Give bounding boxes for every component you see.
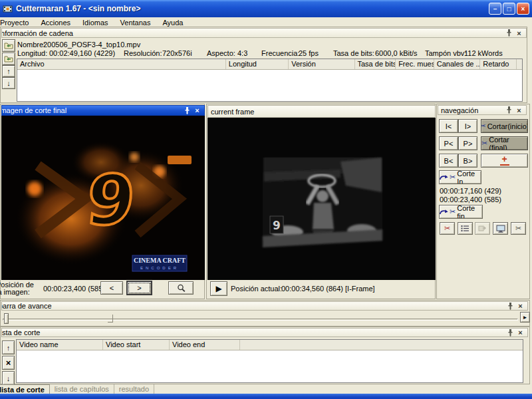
progress-header[interactable]: barra de avance × bbox=[1, 301, 528, 311]
longitud-label: Longitud: bbox=[17, 49, 47, 57]
trackbar-groove[interactable] bbox=[3, 319, 518, 321]
cut-image-video: 9 CINEMA CRAFT ENCODER bbox=[1, 116, 205, 280]
close-panel-icon[interactable]: × bbox=[193, 106, 201, 114]
cutlist-table-body[interactable] bbox=[17, 350, 523, 383]
col-video-name[interactable]: Video name bbox=[17, 340, 103, 350]
col-video-end[interactable]: Video end bbox=[170, 340, 240, 350]
cut-move-up-button[interactable]: ↑ bbox=[2, 340, 15, 354]
col-canales[interactable]: Canales de ... bbox=[434, 59, 481, 69]
cut-move-down-button[interactable]: ↓ bbox=[2, 371, 15, 385]
export-frame-button[interactable] bbox=[475, 222, 490, 235]
cut-action-button[interactable]: ✂ bbox=[440, 222, 455, 235]
cutlist-title: lista de corte bbox=[1, 329, 505, 336]
cutlist-header[interactable]: lista de corte × bbox=[1, 328, 528, 337]
cuttermaran-window: Cuttermaran 1.67 - <sin nombre> – □ × Pr… bbox=[0, 0, 532, 399]
goto-cut-out-button[interactable]: ✂ Corte fin bbox=[439, 205, 483, 219]
aspecto-value: 4:3 bbox=[237, 49, 247, 57]
menu-acciones[interactable]: Acciones bbox=[35, 18, 76, 27]
list-icon bbox=[461, 225, 469, 232]
title-bar[interactable]: Cuttermaran 1.67 - <sin nombre> – □ × bbox=[0, 0, 532, 17]
play-button[interactable]: ▶ bbox=[210, 281, 227, 296]
minimize-button[interactable]: – bbox=[489, 3, 501, 15]
goto-cut-in-button[interactable]: ✂ Corte In bbox=[439, 170, 481, 184]
pin-icon[interactable] bbox=[183, 106, 192, 114]
cut-in-label: Corte In bbox=[457, 170, 481, 184]
open-audio-button[interactable] bbox=[2, 53, 15, 65]
app-icon bbox=[3, 4, 13, 14]
pin-icon[interactable] bbox=[506, 302, 515, 310]
menu-ayuda[interactable]: Ayuda bbox=[156, 18, 189, 27]
close-panel-icon[interactable]: × bbox=[516, 302, 525, 310]
stream-info-header[interactable]: Información de cadena × bbox=[1, 28, 527, 38]
add-cut-button[interactable]: + bbox=[481, 154, 528, 168]
col-filler bbox=[240, 340, 523, 350]
cutlist-table-header: Video name Video start Video end bbox=[17, 340, 523, 350]
pin-icon[interactable] bbox=[505, 106, 513, 114]
tasa-value: 6000,0 kBit/s bbox=[375, 49, 418, 57]
close-button[interactable]: × bbox=[517, 3, 529, 15]
trim-button[interactable]: ✂ bbox=[511, 222, 526, 235]
frame-next-button[interactable]: > bbox=[126, 281, 152, 295]
progress-trackbar[interactable] bbox=[3, 312, 518, 325]
channel-nine-badge: 9 bbox=[270, 216, 283, 233]
cut-out-time: 00:00:23,400 (585) bbox=[440, 196, 501, 203]
zoom-button[interactable] bbox=[168, 281, 194, 295]
menu-ventanas[interactable]: Ventanas bbox=[114, 18, 157, 27]
next-bframe-button[interactable]: B> bbox=[458, 154, 477, 168]
navigation-header[interactable]: navegación × bbox=[438, 105, 527, 115]
close-panel-icon[interactable]: × bbox=[516, 329, 525, 336]
cut-delete-button[interactable]: × bbox=[2, 356, 15, 370]
prev-pframe-button[interactable]: P< bbox=[439, 136, 458, 150]
maximize-button[interactable]: □ bbox=[503, 3, 515, 15]
trackbar-thumb[interactable] bbox=[4, 313, 9, 324]
tab-lista-de-capitulos[interactable]: lista de capítulos bbox=[50, 384, 114, 394]
tab-lista-de-corte[interactable]: lista de corte bbox=[0, 384, 50, 394]
col-video-start[interactable]: Video start bbox=[103, 340, 170, 350]
trackbar-step-button[interactable]: ► bbox=[520, 312, 530, 323]
menu-idiomas[interactable]: Idiomas bbox=[76, 18, 114, 27]
tab-resultado[interactable]: resultado bbox=[114, 384, 154, 394]
col-frec-mues[interactable]: Frec. mues... bbox=[396, 59, 434, 69]
magnifier-icon bbox=[177, 284, 186, 293]
delete-cross-icon: × bbox=[6, 358, 11, 368]
curved-arrow-icon bbox=[440, 174, 448, 181]
next-pframe-button[interactable]: P> bbox=[458, 136, 477, 150]
bottom-tabs: lista de corte lista de capítulos result… bbox=[0, 384, 530, 394]
close-panel-icon[interactable]: × bbox=[515, 29, 523, 37]
close-panel-icon[interactable]: × bbox=[515, 106, 523, 114]
col-retardo[interactable]: Retardo bbox=[480, 59, 517, 69]
next-iframe-button[interactable]: I> bbox=[458, 119, 477, 133]
current-frame-panel: current frame 9 bbox=[206, 104, 436, 299]
tampon-label: Tampón vbv: bbox=[425, 49, 466, 57]
position-image-label: Posición de la imagen: bbox=[0, 281, 37, 296]
progress-panel: barra de avance × ► bbox=[0, 300, 530, 327]
cut-image-header[interactable]: imagen de corte final × bbox=[1, 105, 205, 116]
open-video-button[interactable] bbox=[2, 39, 15, 52]
scissors-icon: ✂ bbox=[450, 174, 456, 181]
preview-button[interactable] bbox=[493, 222, 508, 235]
trackbar-mark bbox=[108, 315, 113, 323]
cut-end-button[interactable]: ✂ Cortar (final) bbox=[481, 136, 528, 150]
navigation-panel: navegación × I< I> ✂ Cortar(inicio) P< P… bbox=[436, 104, 530, 299]
open-folder-icon bbox=[4, 55, 13, 63]
move-stream-up-button[interactable]: ↑ bbox=[2, 65, 15, 77]
menu-proyecto[interactable]: Proyecto bbox=[0, 18, 35, 27]
cutlist-panel: lista de corte × ↑ × ↓ Video name Video … bbox=[0, 327, 530, 384]
prev-iframe-button[interactable]: I< bbox=[439, 119, 458, 133]
frame-prev-button[interactable]: < bbox=[100, 281, 123, 295]
pin-icon[interactable] bbox=[505, 29, 513, 37]
arrow-up-icon: ↑ bbox=[7, 67, 11, 75]
col-longitud[interactable]: Longitud bbox=[226, 59, 289, 69]
prev-bframe-button[interactable]: B< bbox=[439, 154, 458, 168]
stream-file-table-body[interactable] bbox=[17, 70, 522, 102]
col-archivo[interactable]: Archivo bbox=[17, 59, 226, 69]
col-version[interactable]: Versión bbox=[289, 59, 354, 69]
cutlist-button[interactable] bbox=[458, 222, 473, 235]
pin-icon[interactable] bbox=[506, 329, 515, 336]
cut-start-button[interactable]: ✂ Cortar(inicio) bbox=[481, 119, 528, 133]
svg-text:CINEMA CRAFT: CINEMA CRAFT bbox=[134, 257, 186, 264]
current-frame-header[interactable]: current frame bbox=[207, 105, 436, 118]
stream-info-panel: Información de cadena × ↑ ↓ Nombre: 2005… bbox=[0, 27, 527, 103]
col-tasa-bits[interactable]: Tasa de bits bbox=[355, 59, 396, 69]
move-stream-down-button[interactable]: ↓ bbox=[2, 77, 15, 89]
